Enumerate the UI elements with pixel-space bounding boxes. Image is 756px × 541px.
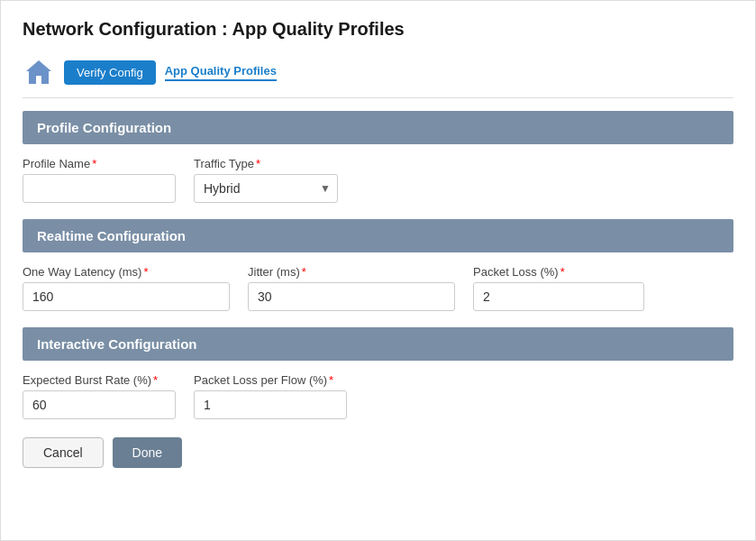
profile-configuration-section: Profile Configuration Profile Name* Traf… (23, 111, 733, 203)
packet-loss-input[interactable] (473, 282, 644, 311)
interactive-configuration-header: Interactive Configuration (23, 327, 733, 361)
app-quality-profiles-tab[interactable]: App Quality Profiles (165, 64, 277, 81)
realtime-configuration-header: Realtime Configuration (23, 219, 733, 252)
profile-configuration-header: Profile Configuration (23, 111, 733, 144)
expected-burst-rate-input[interactable] (23, 390, 176, 419)
footer-buttons: Cancel Done (23, 437, 733, 468)
jitter-label: Jitter (ms)* (248, 265, 455, 279)
traffic-type-label: Traffic Type* (194, 157, 338, 170)
profile-config-form-row: Profile Name* Traffic Type* Hybrid Voice… (23, 157, 733, 203)
packet-loss-per-flow-input[interactable] (194, 390, 347, 419)
profile-name-label: Profile Name* (23, 157, 176, 170)
profile-name-input[interactable] (23, 174, 176, 203)
one-way-latency-group: One Way Latency (ms)* (23, 265, 230, 311)
packet-loss-label: Packet Loss (%)* (473, 265, 644, 279)
realtime-configuration-section: Realtime Configuration One Way Latency (… (23, 219, 733, 311)
home-icon[interactable] (23, 56, 55, 88)
done-button[interactable]: Done (113, 437, 182, 468)
page-title: Network Configuration : App Quality Prof… (23, 19, 733, 40)
jitter-group: Jitter (ms)* (248, 265, 455, 311)
traffic-type-select-wrapper: Hybrid Voice Video Data ▼ (194, 174, 338, 203)
page-wrapper: Network Configuration : App Quality Prof… (0, 0, 756, 541)
profile-name-group: Profile Name* (23, 157, 176, 203)
cancel-button[interactable]: Cancel (23, 437, 104, 468)
packet-loss-per-flow-label: Packet Loss per Flow (%)* (194, 373, 347, 387)
expected-burst-rate-label: Expected Burst Rate (%)* (23, 373, 176, 387)
one-way-latency-input[interactable] (23, 282, 230, 311)
packet-loss-per-flow-group: Packet Loss per Flow (%)* (194, 373, 347, 419)
interactive-configuration-section: Interactive Configuration Expected Burst… (23, 327, 733, 419)
one-way-latency-label: One Way Latency (ms)* (23, 265, 230, 279)
expected-burst-rate-group: Expected Burst Rate (%)* (23, 373, 176, 419)
verify-config-button[interactable]: Verify Config (64, 60, 156, 85)
interactive-config-form-row: Expected Burst Rate (%)* Packet Loss per… (23, 373, 733, 419)
realtime-config-form-row: One Way Latency (ms)* Jitter (ms)* Packe… (23, 265, 733, 311)
packet-loss-group: Packet Loss (%)* (473, 265, 644, 311)
traffic-type-group: Traffic Type* Hybrid Voice Video Data ▼ (194, 157, 338, 203)
nav-bar: Verify Config App Quality Profiles (23, 56, 733, 98)
jitter-input[interactable] (248, 282, 455, 311)
traffic-type-select[interactable]: Hybrid Voice Video Data (194, 174, 338, 203)
